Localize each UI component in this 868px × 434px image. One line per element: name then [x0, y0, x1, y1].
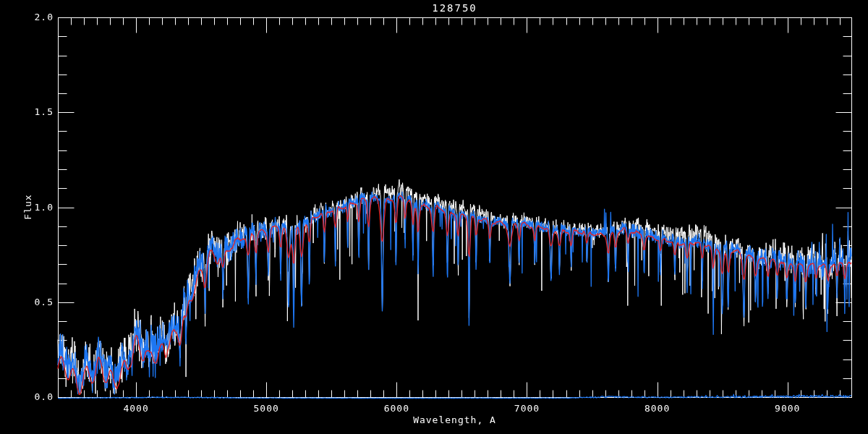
x-tick-label: 8000 [634, 403, 681, 414]
x-tick-label: 7000 [503, 403, 550, 414]
y-tick-label: 0.0 [19, 391, 54, 402]
spectrum-canvas [0, 0, 868, 434]
y-tick-label: 2.0 [19, 12, 54, 22]
y-tick-label: 1.0 [19, 202, 54, 213]
x-tick-label: 5000 [243, 403, 289, 414]
spectrum-plot-window: 128750 Flux Wavelength, A 40005000600070… [0, 0, 868, 434]
plot-title: 128750 [58, 2, 851, 14]
x-tick-label: 9000 [765, 403, 811, 414]
x-axis-label: Wavelength, A [58, 414, 851, 425]
x-tick-label: 4000 [113, 403, 159, 414]
y-tick-label: 0.5 [19, 297, 54, 307]
y-tick-label: 1.5 [19, 106, 54, 117]
x-tick-label: 6000 [373, 403, 420, 414]
